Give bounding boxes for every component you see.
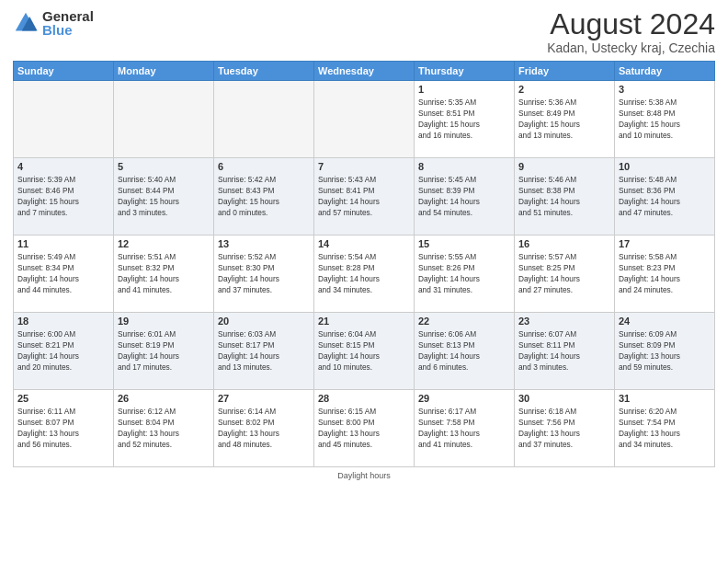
day-info: Sunrise: 5:51 AMSunset: 8:32 PMDaylight:… — [118, 251, 210, 295]
day-number: 12 — [118, 238, 210, 249]
day-info: Sunrise: 5:42 AMSunset: 8:43 PMDaylight:… — [218, 174, 310, 218]
calendar-day: 22Sunrise: 6:06 AMSunset: 8:13 PMDayligh… — [415, 313, 515, 390]
logo-general: General — [42, 9, 94, 23]
calendar-day: 8Sunrise: 5:45 AMSunset: 8:39 PMDaylight… — [415, 158, 515, 236]
calendar-day: 23Sunrise: 6:07 AMSunset: 8:11 PMDayligh… — [515, 313, 615, 390]
logo-text: General Blue — [42, 9, 94, 37]
day-number: 24 — [619, 316, 711, 327]
day-number: 30 — [518, 393, 610, 404]
day-info: Sunrise: 5:36 AMSunset: 8:49 PMDaylight:… — [518, 97, 610, 141]
calendar-header-monday: Monday — [114, 62, 214, 81]
calendar-week-row: 18Sunrise: 6:00 AMSunset: 8:21 PMDayligh… — [14, 313, 715, 390]
day-number: 21 — [318, 316, 410, 327]
calendar-header-thursday: Thursday — [415, 62, 515, 81]
calendar-day: 3Sunrise: 5:38 AMSunset: 8:48 PMDaylight… — [615, 81, 715, 158]
day-info: Sunrise: 6:03 AMSunset: 8:17 PMDaylight:… — [218, 328, 310, 373]
calendar-week-row: 11Sunrise: 5:49 AMSunset: 8:34 PMDayligh… — [14, 236, 715, 313]
day-number: 20 — [218, 316, 310, 327]
day-number: 4 — [17, 161, 109, 172]
day-info: Sunrise: 5:55 AMSunset: 8:26 PMDaylight:… — [418, 251, 510, 295]
day-number: 28 — [318, 393, 410, 404]
calendar-day: 9Sunrise: 5:46 AMSunset: 8:38 PMDaylight… — [515, 158, 615, 236]
day-info: Sunrise: 5:40 AMSunset: 8:44 PMDaylight:… — [118, 174, 210, 218]
calendar-day: 26Sunrise: 6:12 AMSunset: 8:04 PMDayligh… — [114, 390, 214, 467]
title-section: August 2024 Kadan, Ustecky kraj, Czechia — [547, 9, 715, 55]
logo-icon — [13, 10, 39, 36]
day-info: Sunrise: 6:11 AMSunset: 8:07 PMDaylight:… — [17, 406, 109, 450]
day-info: Sunrise: 5:58 AMSunset: 8:23 PMDaylight:… — [619, 251, 711, 295]
day-info: Sunrise: 6:06 AMSunset: 8:13 PMDaylight:… — [418, 328, 510, 373]
logo-blue: Blue — [42, 23, 94, 37]
calendar-table: SundayMondayTuesdayWednesdayThursdayFrid… — [13, 61, 715, 467]
calendar-day: 17Sunrise: 5:58 AMSunset: 8:23 PMDayligh… — [615, 236, 715, 313]
day-number: 19 — [118, 316, 210, 327]
calendar-day: 11Sunrise: 5:49 AMSunset: 8:34 PMDayligh… — [14, 236, 114, 313]
day-info: Sunrise: 6:12 AMSunset: 8:04 PMDaylight:… — [118, 406, 210, 450]
page-container: General Blue August 2024 Kadan, Ustecky … — [0, 0, 728, 563]
day-number: 31 — [619, 393, 711, 404]
calendar-header-saturday: Saturday — [615, 62, 715, 81]
day-info: Sunrise: 5:38 AMSunset: 8:48 PMDaylight:… — [619, 97, 711, 141]
calendar-day: 7Sunrise: 5:43 AMSunset: 8:41 PMDaylight… — [314, 158, 415, 236]
day-number: 29 — [418, 393, 510, 404]
day-number: 14 — [318, 238, 410, 249]
day-number: 3 — [619, 84, 711, 95]
day-number: 27 — [218, 393, 310, 404]
calendar-day: 18Sunrise: 6:00 AMSunset: 8:21 PMDayligh… — [14, 313, 114, 390]
day-info: Sunrise: 5:54 AMSunset: 8:28 PMDaylight:… — [318, 251, 410, 295]
calendar-day: 10Sunrise: 5:48 AMSunset: 8:36 PMDayligh… — [615, 158, 715, 236]
calendar-week-row: 1Sunrise: 5:35 AMSunset: 8:51 PMDaylight… — [14, 81, 715, 158]
day-number: 18 — [17, 316, 109, 327]
calendar-day: 29Sunrise: 6:17 AMSunset: 7:58 PMDayligh… — [415, 390, 515, 467]
day-info: Sunrise: 6:15 AMSunset: 8:00 PMDaylight:… — [318, 406, 410, 450]
calendar-header-row: SundayMondayTuesdayWednesdayThursdayFrid… — [14, 62, 715, 81]
calendar-day: 6Sunrise: 5:42 AMSunset: 8:43 PMDaylight… — [214, 158, 314, 236]
calendar-day: 21Sunrise: 6:04 AMSunset: 8:15 PMDayligh… — [314, 313, 415, 390]
day-info: Sunrise: 6:18 AMSunset: 7:56 PMDaylight:… — [518, 406, 610, 450]
day-number: 2 — [518, 84, 610, 95]
logo: General Blue — [13, 9, 94, 37]
month-year: August 2024 — [547, 9, 715, 39]
calendar-day: 31Sunrise: 6:20 AMSunset: 7:54 PMDayligh… — [615, 390, 715, 467]
calendar-day — [114, 81, 214, 158]
day-info: Sunrise: 6:20 AMSunset: 7:54 PMDaylight:… — [619, 406, 711, 450]
day-info: Sunrise: 5:46 AMSunset: 8:38 PMDaylight:… — [518, 174, 610, 218]
day-number: 6 — [218, 161, 310, 172]
day-info: Sunrise: 6:01 AMSunset: 8:19 PMDaylight:… — [118, 328, 210, 373]
day-number: 9 — [518, 161, 610, 172]
calendar-week-row: 4Sunrise: 5:39 AMSunset: 8:46 PMDaylight… — [14, 158, 715, 236]
calendar-day: 13Sunrise: 5:52 AMSunset: 8:30 PMDayligh… — [214, 236, 314, 313]
location: Kadan, Ustecky kraj, Czechia — [547, 40, 715, 55]
calendar-day: 27Sunrise: 6:14 AMSunset: 8:02 PMDayligh… — [214, 390, 314, 467]
day-number: 26 — [118, 393, 210, 404]
day-number: 10 — [619, 161, 711, 172]
calendar-day: 16Sunrise: 5:57 AMSunset: 8:25 PMDayligh… — [515, 236, 615, 313]
day-info: Sunrise: 5:49 AMSunset: 8:34 PMDaylight:… — [17, 251, 109, 295]
calendar-day: 14Sunrise: 5:54 AMSunset: 8:28 PMDayligh… — [314, 236, 415, 313]
day-info: Sunrise: 5:52 AMSunset: 8:30 PMDaylight:… — [218, 251, 310, 295]
calendar-day: 28Sunrise: 6:15 AMSunset: 8:00 PMDayligh… — [314, 390, 415, 467]
calendar-day: 19Sunrise: 6:01 AMSunset: 8:19 PMDayligh… — [114, 313, 214, 390]
calendar-header-sunday: Sunday — [14, 62, 114, 81]
day-number: 13 — [218, 238, 310, 249]
day-info: Sunrise: 5:43 AMSunset: 8:41 PMDaylight:… — [318, 174, 410, 218]
footer-note: Daylight hours — [13, 471, 715, 480]
calendar-day: 4Sunrise: 5:39 AMSunset: 8:46 PMDaylight… — [14, 158, 114, 236]
day-info: Sunrise: 6:14 AMSunset: 8:02 PMDaylight:… — [218, 406, 310, 450]
day-number: 25 — [17, 393, 109, 404]
day-info: Sunrise: 6:04 AMSunset: 8:15 PMDaylight:… — [318, 328, 410, 373]
calendar-header-friday: Friday — [515, 62, 615, 81]
day-info: Sunrise: 5:48 AMSunset: 8:36 PMDaylight:… — [619, 174, 711, 218]
day-info: Sunrise: 6:17 AMSunset: 7:58 PMDaylight:… — [418, 406, 510, 450]
day-info: Sunrise: 6:09 AMSunset: 8:09 PMDaylight:… — [619, 328, 711, 373]
day-number: 11 — [17, 238, 109, 249]
calendar-day: 20Sunrise: 6:03 AMSunset: 8:17 PMDayligh… — [214, 313, 314, 390]
calendar-day — [214, 81, 314, 158]
day-number: 23 — [518, 316, 610, 327]
calendar-day: 12Sunrise: 5:51 AMSunset: 8:32 PMDayligh… — [114, 236, 214, 313]
calendar-day — [314, 81, 415, 158]
day-number: 16 — [518, 238, 610, 249]
calendar-header-tuesday: Tuesday — [214, 62, 314, 81]
calendar-day: 5Sunrise: 5:40 AMSunset: 8:44 PMDaylight… — [114, 158, 214, 236]
day-info: Sunrise: 5:57 AMSunset: 8:25 PMDaylight:… — [518, 251, 610, 295]
